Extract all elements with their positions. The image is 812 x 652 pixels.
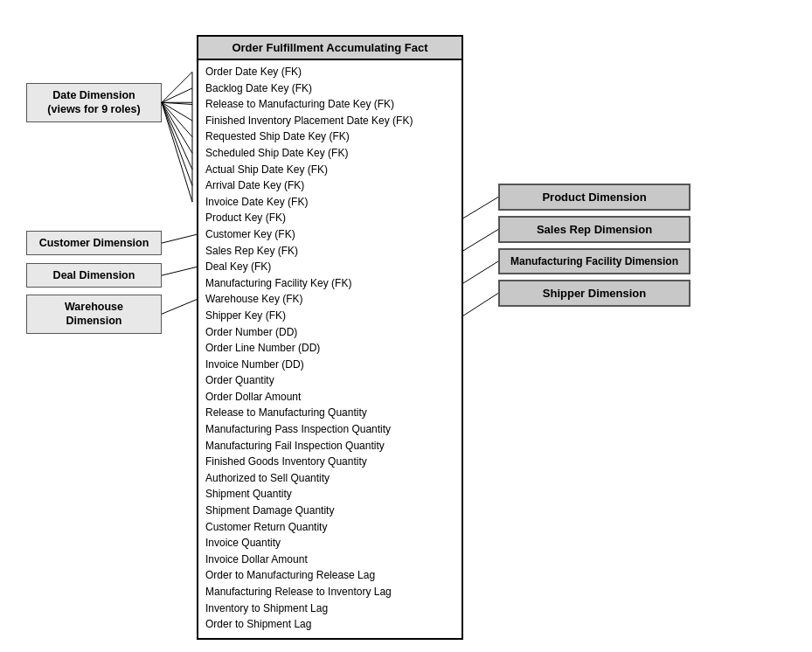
fact-row: Manufacturing Release to Inventory Lag [205,584,455,600]
fact-row: Order Line Number (DD) [205,340,455,357]
date-dimension-box: Date Dimension (views for 9 roles) [26,83,162,122]
fact-row: Order Dollar Amount [205,389,455,406]
fact-row: Arrival Date Key (FK) [205,177,455,194]
customer-dimension-box: Customer Dimension [26,231,162,255]
svg-line-4 [162,300,197,315]
fact-table: Order Fulfillment Accumulating Fact Orde… [197,35,463,640]
fact-row: Shipment Quantity [205,486,455,503]
fact-row: Backlog Date Key (FK) [205,80,455,97]
fact-row: Scheduled Ship Date Key (FK) [205,145,455,162]
fact-row: Order to Manufacturing Release Lag [205,567,455,584]
shipper-dimension-box: Shipper Dimension [498,280,691,307]
fact-row: Release to Manufacturing Date Key (FK) [205,96,455,113]
fact-row: Shipment Damage Quantity [205,503,455,519]
fact-row: Product Key (FK) [205,210,455,226]
deal-dimension-box: Deal Dimension [26,263,162,288]
fact-row: Invoice Dollar Amount [205,551,455,568]
fact-row: Shipper Key (FK) [205,308,455,324]
fact-row: Inventory to Shipment Lag [205,600,455,617]
warehouse-dimension-box: Warehouse Dimension [26,295,162,334]
fact-row: Finished Inventory Placement Date Key (F… [205,113,455,129]
fact-row: Warehouse Key (FK) [205,291,455,308]
center-col: Order Fulfillment Accumulating Fact Orde… [197,35,463,640]
fact-row: Customer Key (FK) [205,226,455,243]
fact-row: Manufacturing Pass Inspection Quantity [205,421,455,438]
fact-row: Order Date Key (FK) [205,64,455,80]
fact-row: Invoice Date Key (FK) [205,194,455,211]
fact-row: Order to Shipment Lag [205,616,455,633]
fact-row: Customer Return Quantity [205,519,455,536]
right-dimensions-col: Product Dimension Sales Rep Dimension Ma… [463,35,691,312]
fact-table-header: Order Fulfillment Accumulating Fact [198,37,462,60]
sales-rep-dimension-box: Sales Rep Dimension [498,216,691,243]
fact-row: Finished Goods Inventory Quantity [205,454,455,470]
svg-line-2 [162,234,197,243]
fact-row: Invoice Number (DD) [205,357,455,373]
fact-row: Deal Key (FK) [205,259,455,275]
mfg-facility-dimension-box: Manufacturing Facility Dimension [498,248,691,274]
fact-row: Manufacturing Fail Inspection Quantity [205,438,455,454]
fact-row: Order Number (DD) [205,324,455,341]
main-area: Date Dimension (views for 9 roles) Custo… [26,35,804,640]
fact-row: Manufacturing Facility Key (FK) [205,275,455,292]
svg-line-3 [162,267,197,275]
diagram-container: Date Dimension (views for 9 roles) Custo… [17,17,795,652]
fact-row: Requested Ship Date Key (FK) [205,128,455,145]
fact-row: Release to Manufacturing Quantity [205,405,455,421]
product-dimension-box: Product Dimension [498,184,691,211]
fact-row: Invoice Quantity [205,535,455,551]
fact-row: Actual Ship Date Key (FK) [205,162,455,178]
fact-row: Authorized to Sell Quantity [205,470,455,487]
fact-table-body: Order Date Key (FK)Backlog Date Key (FK)… [198,60,462,638]
fact-row: Sales Rep Key (FK) [205,243,455,260]
left-dimensions-col: Date Dimension (views for 9 roles) Custo… [26,35,188,83]
fact-row: Order Quantity [205,372,455,389]
